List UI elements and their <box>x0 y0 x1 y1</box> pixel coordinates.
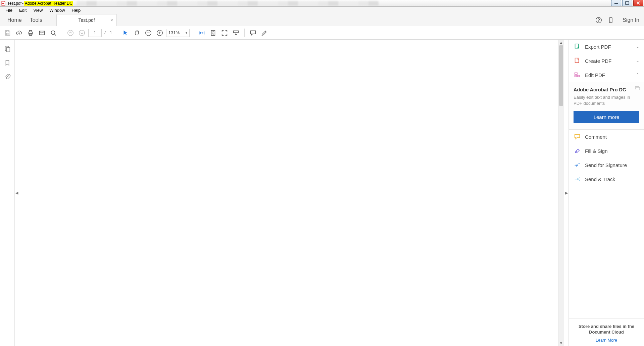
menu-help[interactable]: Help <box>68 7 84 13</box>
nav-home[interactable]: Home <box>3 17 26 23</box>
tool-edit-pdf[interactable]: Edit PDF ⌃ <box>569 68 644 82</box>
hand-pan-icon[interactable] <box>132 28 142 38</box>
right-panel-collapse-icon[interactable]: ▶ <box>564 40 568 346</box>
edit-pdf-icon <box>574 71 581 79</box>
page-total: 1 <box>108 30 113 35</box>
chevron-down-icon: ⌄ <box>636 44 639 49</box>
scroll-down-icon[interactable]: ▼ <box>558 340 564 346</box>
footer-text: Store and share files in the Document Cl… <box>572 323 641 335</box>
page-up-icon <box>65 28 76 38</box>
chevron-up-icon: ⌃ <box>636 73 639 77</box>
scrollbar-thumb[interactable] <box>559 45 563 106</box>
left-panel-collapse-icon[interactable]: ◀ <box>15 186 19 200</box>
tool-label: Send for Signature <box>585 162 639 168</box>
nav-tools[interactable]: Tools <box>26 17 46 23</box>
cloud-stack-icon <box>635 86 641 92</box>
svg-point-30 <box>579 178 580 178</box>
tool-label: Export PDF <box>585 44 632 50</box>
tool-label: Comment <box>585 134 639 140</box>
comment-icon <box>574 133 581 140</box>
menu-file[interactable]: File <box>2 7 16 13</box>
tool-label: Create PDF <box>585 58 632 64</box>
svg-rect-20 <box>234 31 239 33</box>
svg-rect-26 <box>575 75 577 77</box>
zoom-in-icon[interactable] <box>155 28 165 38</box>
search-icon[interactable] <box>48 28 58 38</box>
right-tools-panel: Export PDF ⌄ Create PDF ⌄ Edit PDF ⌃ Ado… <box>568 40 644 346</box>
svg-rect-27 <box>577 75 579 77</box>
send-signature-icon <box>574 161 581 169</box>
tool-send-signature[interactable]: Send for Signature <box>569 158 644 172</box>
document-area: ◀ ▲ ▼ ▶ <box>15 40 568 346</box>
svg-rect-9 <box>6 33 9 35</box>
tool-comment[interactable]: Comment <box>569 130 644 144</box>
main-toolbar: / 1 131% ▾ <box>0 26 644 40</box>
page-thumbnails-icon[interactable] <box>3 44 12 53</box>
tool-send-track[interactable]: Send & Track <box>569 172 644 186</box>
page-down-icon <box>77 28 87 38</box>
title-separator: - <box>21 1 24 6</box>
sign-in-button[interactable]: Sign In <box>623 17 639 23</box>
app-pdf-icon <box>1 1 6 6</box>
chevron-down-icon: ▾ <box>186 31 187 35</box>
fill-sign-icon <box>574 147 581 155</box>
bookmark-icon[interactable] <box>3 58 12 67</box>
attachments-icon[interactable] <box>3 73 12 81</box>
print-icon[interactable] <box>26 28 36 38</box>
page-number-input[interactable] <box>88 29 102 37</box>
tool-create-pdf[interactable]: Create PDF ⌄ <box>569 54 644 68</box>
footer-learn-more-link[interactable]: Learn More <box>572 338 641 343</box>
promo-description: Easily edit text and images in PDF docum… <box>574 94 639 106</box>
page-separator: / <box>103 30 107 35</box>
menu-edit[interactable]: Edit <box>16 7 30 13</box>
tabs-row: Home Tools Test.pdf × Sign In <box>0 14 644 26</box>
svg-point-31 <box>580 179 580 179</box>
document-tab-label: Test.pdf <box>79 17 95 23</box>
document-page[interactable]: ◀ <box>15 40 558 346</box>
fit-page-icon[interactable] <box>208 28 218 38</box>
menu-window[interactable]: Window <box>46 7 68 13</box>
document-tab-close-icon[interactable]: × <box>110 17 113 23</box>
tool-fill-sign[interactable]: Fill & Sign <box>569 144 644 158</box>
cloud-upload-icon[interactable] <box>14 28 24 38</box>
svg-rect-1 <box>2 3 4 4</box>
window-titlebar: Test.pdf - Adobe Acrobat Reader DC <box>0 0 644 7</box>
zoom-dropdown[interactable]: 131% ▾ <box>166 29 190 37</box>
document-tab[interactable]: Test.pdf × <box>56 14 117 26</box>
fit-width-icon[interactable] <box>197 28 207 38</box>
svg-point-14 <box>51 31 55 34</box>
learn-more-button[interactable]: Learn more <box>574 111 639 123</box>
read-mode-icon[interactable] <box>231 28 241 38</box>
promo-panel: Adobe Acrobat Pro DC Easily edit text an… <box>569 82 644 130</box>
menu-view[interactable]: View <box>30 7 46 13</box>
promo-title: Adobe Acrobat Pro DC <box>574 87 639 92</box>
send-track-icon <box>574 175 581 183</box>
mobile-icon[interactable] <box>607 16 614 24</box>
comment-bubble-icon[interactable] <box>248 28 258 38</box>
svg-point-16 <box>79 30 85 36</box>
menu-bar: File Edit View Window Help <box>0 7 644 14</box>
svg-rect-22 <box>6 47 10 52</box>
save-icon <box>3 28 13 38</box>
scroll-up-icon[interactable]: ▲ <box>558 40 564 45</box>
tool-export-pdf[interactable]: Export PDF ⌄ <box>569 40 644 54</box>
vertical-scrollbar[interactable]: ▲ ▼ <box>558 40 564 346</box>
zoom-out-icon[interactable] <box>143 28 153 38</box>
tool-label: Fill & Sign <box>585 148 639 154</box>
svg-rect-24 <box>575 58 579 63</box>
left-nav-rail <box>0 40 15 346</box>
help-icon[interactable] <box>595 16 602 24</box>
export-pdf-icon <box>574 43 581 50</box>
window-minimize-button[interactable] <box>611 0 621 6</box>
window-maximize-button[interactable] <box>622 0 632 6</box>
highlight-pen-icon[interactable] <box>259 28 269 38</box>
email-icon[interactable] <box>37 28 47 38</box>
fullscreen-icon[interactable] <box>219 28 230 38</box>
title-filename: Test.pdf <box>7 1 21 6</box>
svg-rect-8 <box>6 30 8 32</box>
svg-rect-2 <box>614 3 618 4</box>
right-panel-footer: Store and share files in the Document Cl… <box>569 318 644 346</box>
selection-arrow-icon[interactable] <box>120 28 131 38</box>
window-close-button[interactable] <box>633 0 643 6</box>
zoom-value: 131% <box>168 30 180 35</box>
